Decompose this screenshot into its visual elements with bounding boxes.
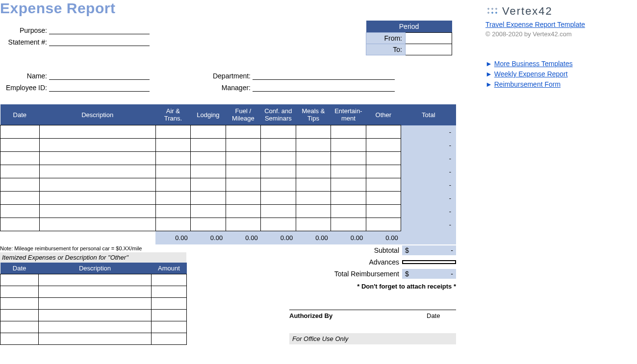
itemized-table: Date Description Amount [0,263,187,345]
table-row[interactable]: - [0,192,457,205]
statement-label: Statement #: [0,38,49,46]
table-row[interactable]: - [0,178,457,192]
table-row[interactable]: - [0,218,457,231]
arrow-icon: ► [485,70,492,78]
manager-label: Manager: [208,84,253,92]
itemized-row[interactable] [0,297,187,309]
col-meals: Meals & Tips [296,104,331,125]
manager-field[interactable] [253,82,395,92]
column-totals-row: 0.00 0.00 0.00 0.00 0.00 0.00 0.00 [0,231,457,244]
arrow-icon: ► [485,60,492,68]
employee-field[interactable] [49,82,150,92]
receipt-note: * Don't forget to attach receipts * [260,280,456,290]
col-conf: Conf. and Seminars [261,104,296,125]
period-from-label: From: [366,33,406,44]
page-title: Expense Report [0,0,456,21]
sum-lodging: 0.00 [191,231,226,244]
col-description: Description [39,104,155,125]
col-date: Date [0,104,40,125]
period-from-field[interactable] [406,33,452,44]
itemized-row[interactable] [0,309,187,321]
purpose-label: Purpose: [0,26,49,34]
subtotal-value: $- [402,245,456,255]
sum-ent: 0.00 [331,231,366,244]
template-link[interactable]: Travel Expense Report Template [485,21,585,28]
arrow-icon: ► [485,80,492,88]
table-row[interactable]: - [0,165,457,178]
period-header: Period [366,21,452,33]
itemized-col-description: Description [39,263,152,274]
expense-table: Date Description Air & Trans. Lodging Fu… [0,104,456,244]
mileage-note: Note: Mileage reimbursement for personal… [0,244,186,252]
table-row[interactable]: - [0,125,457,139]
total-reimbursement-value: $- [402,269,456,279]
link-more-templates[interactable]: More Business Templates [494,60,573,68]
total-reimbursement-label: Total Reimbursement [260,270,402,278]
copyright-text: © 2008-2020 by Vertex42.com [485,30,633,38]
link-weekly-report[interactable]: Weekly Expense Report [494,70,568,78]
department-label: Department: [208,72,253,80]
employee-label: Employee ID: [0,84,49,92]
vertex42-logo: Vertex42 [485,5,633,18]
advances-field[interactable] [402,260,456,264]
auth-date-label: Date [427,312,456,319]
itemized-row[interactable] [0,274,187,286]
table-row[interactable]: - [0,152,457,165]
table-row[interactable]: - [0,205,457,218]
col-lodging: Lodging [191,104,226,125]
col-total: Total [401,104,456,125]
col-air: Air & Trans. [155,104,191,125]
office-use-only: For Office Use Only [289,333,456,344]
statement-field[interactable] [49,36,150,46]
itemized-col-date: Date [0,263,39,274]
col-other: Other [366,104,401,125]
col-fuel: Fuel / Mileage [226,104,261,125]
col-ent: Entertain-ment [331,104,366,125]
sum-meals: 0.00 [296,231,331,244]
sum-fuel: 0.00 [226,231,261,244]
name-label: Name: [0,72,49,80]
period-to-field[interactable] [406,44,452,55]
purpose-field[interactable] [49,24,150,34]
logo-text: Vertex42 [502,5,553,18]
itemized-title: Itemized Expenses or Description for "Ot… [0,252,186,263]
name-field[interactable] [49,70,150,80]
sum-other: 0.00 [366,231,401,244]
authorized-by-label: Authorized By [289,312,427,319]
advances-label: Advances [260,258,402,266]
sum-air: 0.00 [155,231,191,244]
table-row[interactable]: - [0,139,457,152]
period-box: Period From: To: [366,21,452,55]
period-to-label: To: [366,44,406,55]
department-field[interactable] [253,70,395,80]
link-reimbursement-form[interactable]: Reimbursement Form [494,80,561,88]
itemized-row[interactable] [0,321,187,333]
sum-conf: 0.00 [261,231,296,244]
itemized-row[interactable] [0,333,187,344]
subtotal-label: Subtotal [260,246,402,254]
itemized-row[interactable] [0,286,187,297]
logo-icon [485,6,499,17]
itemized-col-amount: Amount [152,263,187,274]
